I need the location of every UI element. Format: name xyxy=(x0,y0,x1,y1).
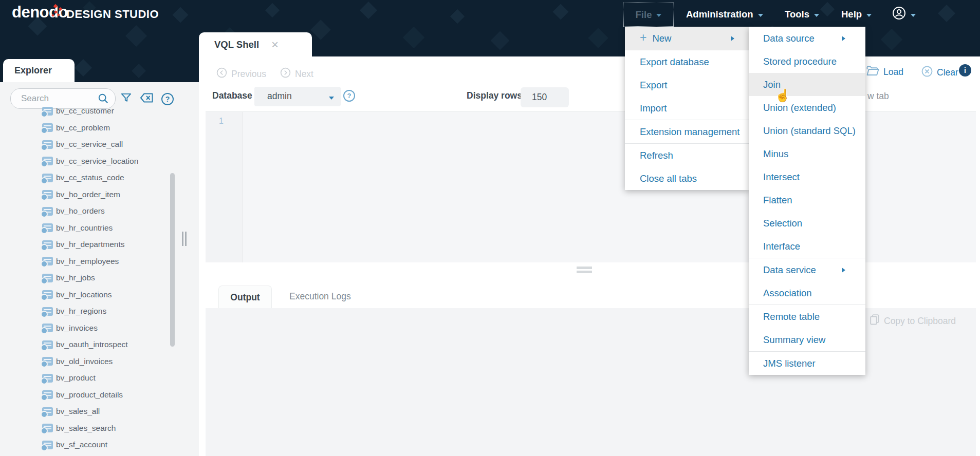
submenu-item-summary-view[interactable]: Summary view xyxy=(749,328,865,351)
submenu-item-minus[interactable]: Minus xyxy=(749,142,865,165)
new-submenu: Data source Stored procedure Join Union … xyxy=(749,27,865,375)
submenu-item-selection[interactable]: Selection xyxy=(749,212,865,235)
submenu-arrow-icon xyxy=(731,36,734,41)
split-drag-handle[interactable] xyxy=(577,271,592,273)
app-title: DESIGN STUDIO xyxy=(66,8,159,21)
tab-output[interactable]: Output xyxy=(218,286,272,309)
list-item[interactable]: bv_hr_departments xyxy=(0,236,199,253)
list-item[interactable]: bv_sf_account xyxy=(0,436,199,453)
line-number: 1 xyxy=(219,117,224,126)
list-item[interactable]: bv_hr_jobs xyxy=(0,270,199,287)
tab-execution-logs[interactable]: Execution Logs xyxy=(289,291,351,302)
database-select[interactable]: admin xyxy=(254,87,341,106)
submenu-item-interface[interactable]: Interface xyxy=(749,235,865,258)
load-icon xyxy=(866,66,879,79)
view-icon xyxy=(42,307,53,316)
nav-menu-file[interactable]: File xyxy=(623,3,674,27)
nav-menu-tools[interactable]: Tools xyxy=(785,6,819,23)
cursor-hand-icon: ☝ xyxy=(775,88,790,103)
caret-down-icon xyxy=(329,97,334,100)
tab-vql-shell[interactable]: VQL Shell × xyxy=(199,32,312,56)
menu-item-close-all-tabs[interactable]: Close all tabs xyxy=(625,167,749,190)
view-icon xyxy=(42,407,53,416)
database-label: Database xyxy=(212,90,252,101)
view-icon xyxy=(42,340,53,349)
list-item[interactable]: bv_old_invoices xyxy=(0,353,199,370)
list-item[interactable]: bv_invoices xyxy=(0,320,199,337)
execute-in-new-tab-fragment: w tab xyxy=(867,91,889,102)
view-icon xyxy=(42,357,53,366)
list-item[interactable]: bv_hr_regions xyxy=(0,303,199,320)
submenu-item-stored-procedure[interactable]: Stored procedure xyxy=(749,50,865,73)
nav-menu-help[interactable]: Help xyxy=(841,6,872,23)
list-item[interactable]: bv_hr_countries xyxy=(0,220,199,237)
close-icon[interactable]: × xyxy=(271,40,279,50)
submenu-item-join[interactable]: Join xyxy=(749,73,865,96)
list-item[interactable]: bv_cc_customer xyxy=(0,103,199,120)
explorer-scrollbar[interactable] xyxy=(170,173,175,347)
clear-icon xyxy=(921,66,933,80)
previous-icon xyxy=(216,67,227,81)
list-item[interactable]: bv_hr_employees xyxy=(0,253,199,270)
list-item[interactable]: bv_cc_problem xyxy=(0,120,199,137)
info-icon[interactable]: i xyxy=(959,64,971,77)
caret-down-icon xyxy=(866,14,872,17)
view-icon xyxy=(42,374,53,383)
list-item[interactable]: bv_ho_order_item xyxy=(0,186,199,203)
previous-button[interactable]: Previous xyxy=(216,67,266,81)
list-item[interactable]: bv_cc_service_call xyxy=(0,136,199,153)
split-drag-handle[interactable] xyxy=(577,267,592,269)
menu-item-export-database[interactable]: Export database xyxy=(625,50,749,73)
display-rows-label: Display rows xyxy=(467,90,522,101)
view-icon xyxy=(42,157,53,165)
sidebar-collapse-handle[interactable] xyxy=(182,232,187,246)
submenu-item-data-service[interactable]: Data service xyxy=(749,258,865,281)
list-item[interactable]: bv_product xyxy=(0,370,199,387)
submenu-item-flatten[interactable]: Flatten xyxy=(749,188,865,212)
submenu-item-remote-table[interactable]: Remote table xyxy=(749,305,865,328)
menu-item-new[interactable]: + New xyxy=(625,27,749,50)
view-icon xyxy=(42,257,53,265)
list-item[interactable]: bv_cc_status_code xyxy=(0,169,199,186)
view-icon xyxy=(42,240,53,249)
load-button[interactable]: Load xyxy=(866,66,903,79)
view-icon xyxy=(42,424,53,432)
view-icon xyxy=(42,190,53,199)
view-icon xyxy=(42,207,53,216)
user-icon xyxy=(892,6,906,23)
database-value: admin xyxy=(267,91,292,102)
menu-item-import[interactable]: Import xyxy=(625,97,749,120)
menu-item-extension-management[interactable]: Extension management xyxy=(625,120,749,143)
copy-icon xyxy=(870,314,879,328)
submenu-item-union-extended[interactable]: Union (extended) xyxy=(749,96,865,119)
list-item[interactable]: bv_hr_locations xyxy=(0,287,199,303)
submenu-item-intersect[interactable]: Intersect xyxy=(749,165,865,188)
database-help-icon[interactable]: ? xyxy=(343,90,355,102)
submenu-item-data-source[interactable]: Data source xyxy=(749,27,865,50)
list-item[interactable]: bv_product_details xyxy=(0,387,199,404)
copy-to-clipboard-button[interactable]: Copy to Clipboard xyxy=(870,314,956,328)
next-button[interactable]: Next xyxy=(280,67,313,81)
submenu-item-jms-listener[interactable]: JMS listener xyxy=(749,352,865,375)
list-item[interactable]: bv_cc_service_location xyxy=(0,153,199,170)
menu-item-export[interactable]: Export xyxy=(625,73,749,97)
nav-menu-user[interactable] xyxy=(892,6,916,23)
list-item[interactable]: bv_ho_orders xyxy=(0,203,199,220)
display-rows-input[interactable] xyxy=(521,87,569,107)
view-icon xyxy=(42,290,53,299)
list-item[interactable]: bv_sales_all xyxy=(0,403,199,420)
menu-item-refresh[interactable]: Refresh xyxy=(625,144,749,167)
plus-icon: + xyxy=(640,31,646,45)
caret-down-icon xyxy=(758,14,763,17)
list-item[interactable]: bv_oauth_introspect xyxy=(0,336,199,353)
view-icon xyxy=(42,441,53,449)
denodo-logo: denodo xyxy=(12,3,68,22)
submenu-item-union-standard-sql[interactable]: Union (standard SQL) xyxy=(749,119,865,142)
tab-explorer[interactable]: Explorer xyxy=(3,59,75,82)
list-item[interactable]: bv_sales_search xyxy=(0,420,199,437)
submenu-arrow-icon xyxy=(842,268,845,273)
view-icon xyxy=(42,123,53,132)
nav-menu-administration[interactable]: Administration xyxy=(686,6,763,23)
submenu-item-association[interactable]: Association xyxy=(749,281,865,305)
clear-button[interactable]: Clear xyxy=(921,66,958,80)
